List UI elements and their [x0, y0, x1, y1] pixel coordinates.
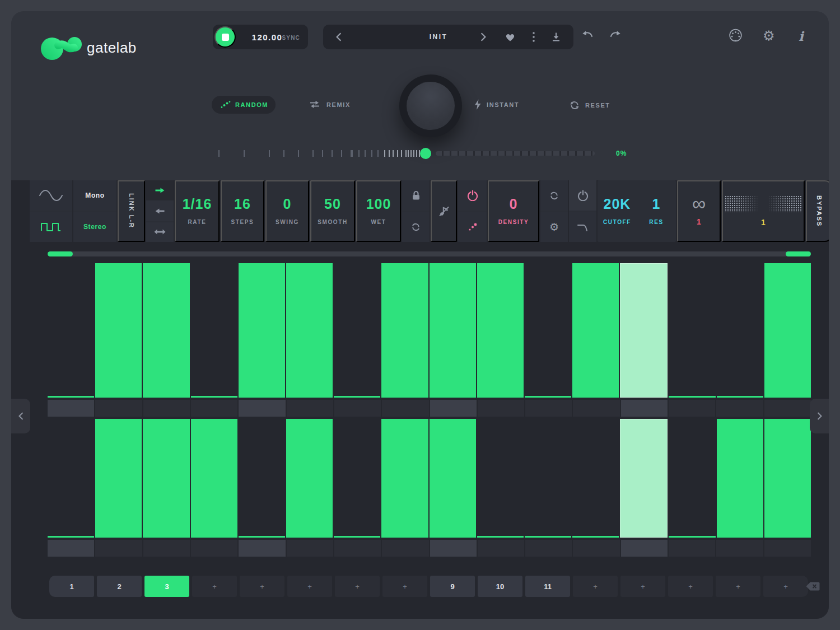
strip-cell-11[interactable]	[525, 540, 572, 557]
strip-cell-5[interactable]	[239, 400, 285, 417]
bypass-button[interactable]: BYPASS	[806, 180, 829, 242]
pattern-slot-8[interactable]: +	[382, 576, 427, 597]
stop-button[interactable]	[214, 26, 236, 48]
step-13-current[interactable]	[620, 263, 668, 398]
strip-cell-13[interactable]	[621, 540, 668, 557]
step-12-off[interactable]	[572, 419, 619, 538]
strip-cell-16[interactable]	[764, 400, 811, 417]
swing-control[interactable]: 0 SWING	[265, 180, 309, 242]
strip-cell-15[interactable]	[716, 400, 763, 417]
pattern-slot-3[interactable]: 3	[144, 576, 189, 597]
strip-cell-7[interactable]	[334, 540, 381, 557]
macro-knob[interactable]	[399, 74, 462, 137]
rate-control[interactable]: 1/16 RATE	[175, 180, 220, 242]
lock-button[interactable]	[402, 180, 430, 211]
strip-cell-2[interactable]	[95, 540, 142, 557]
instant-button[interactable]: INSTANT	[474, 99, 519, 110]
step-10-off[interactable]	[477, 419, 524, 538]
strip-cell-14[interactable]	[669, 540, 715, 557]
direction-reverse-button[interactable]	[146, 201, 174, 221]
pattern-slot-14[interactable]: +	[668, 576, 713, 597]
strip-cell-4[interactable]	[191, 400, 237, 417]
step-1-off[interactable]	[48, 419, 94, 538]
page-right-button[interactable]	[810, 399, 829, 433]
step-3-on[interactable]	[143, 419, 189, 538]
pattern-slot-13[interactable]: +	[620, 576, 665, 597]
macro-slider[interactable]: 0%	[218, 147, 633, 160]
sine-wave-button[interactable]	[30, 180, 72, 211]
step-2-on[interactable]	[95, 263, 142, 398]
step-9-on[interactable]	[430, 263, 476, 398]
res-control[interactable]: 1 RES	[637, 180, 676, 242]
pattern-slot-5[interactable]: +	[240, 576, 284, 597]
strip-cell-3[interactable]	[143, 400, 190, 417]
filter-power-button[interactable]	[569, 180, 596, 211]
midi-settings-button[interactable]	[728, 28, 743, 45]
step-9-on[interactable]	[430, 419, 476, 538]
page-left-button[interactable]	[11, 399, 30, 433]
pattern-slot-10[interactable]: 10	[478, 576, 522, 597]
delete-pattern-button[interactable]	[805, 581, 820, 593]
range-end-handle[interactable]	[786, 251, 811, 256]
step-16-on[interactable]	[764, 263, 811, 398]
save-preset-button[interactable]	[545, 25, 567, 49]
strip-cell-1[interactable]	[48, 540, 94, 557]
direction-forward-button[interactable]	[146, 180, 174, 200]
step-10-on[interactable]	[477, 263, 524, 398]
step-8-on[interactable]	[381, 419, 428, 538]
pattern-slot-6[interactable]: +	[287, 576, 332, 597]
density-control[interactable]: 0 DENSITY	[488, 180, 539, 242]
step-6-on[interactable]	[286, 419, 333, 538]
step-4-off[interactable]	[191, 263, 237, 398]
step-5-off[interactable]	[239, 419, 285, 538]
strip-cell-7[interactable]	[334, 400, 381, 417]
step-1-off[interactable]	[48, 263, 94, 398]
undo-button[interactable]	[581, 29, 594, 40]
pattern-slot-12[interactable]: +	[573, 576, 618, 597]
reset-button[interactable]: RESET	[569, 100, 610, 111]
random-button[interactable]: RANDOM	[212, 96, 276, 114]
strip-cell-2[interactable]	[95, 400, 142, 417]
pattern-slot-11[interactable]: 11	[525, 576, 570, 597]
slider-thumb[interactable]	[420, 148, 431, 159]
pattern-slot-1[interactable]: 1	[49, 576, 94, 597]
step-7-off[interactable]	[334, 419, 380, 538]
cutoff-control[interactable]: 20K CUTOFF	[598, 180, 637, 242]
step-11-off[interactable]	[525, 263, 571, 398]
redo-button[interactable]	[609, 29, 622, 40]
smooth-control[interactable]: 50 SMOOTH	[310, 180, 355, 242]
strip-cell-5[interactable]	[239, 540, 285, 557]
preset-next-button[interactable]	[472, 25, 494, 49]
strip-cell-9[interactable]	[430, 540, 477, 557]
strip-cell-9[interactable]	[430, 400, 477, 417]
pattern-slot-2[interactable]: 2	[97, 576, 142, 597]
step-6-on[interactable]	[286, 263, 333, 398]
pattern-slot-4[interactable]: +	[192, 576, 237, 597]
step-2-on[interactable]	[95, 419, 142, 538]
strip-cell-6[interactable]	[287, 400, 333, 417]
step-8-on[interactable]	[381, 263, 428, 398]
stereo-button[interactable]: Stereo	[73, 212, 116, 242]
sync-toggle[interactable]: SYNC	[282, 35, 300, 41]
slider-segmented-track[interactable]	[436, 151, 595, 156]
pattern-slot-7[interactable]: +	[335, 576, 380, 597]
strip-cell-6[interactable]	[287, 540, 333, 557]
range-start-handle[interactable]	[48, 251, 73, 256]
strip-cell-3[interactable]	[143, 540, 190, 557]
strip-cell-4[interactable]	[191, 540, 237, 557]
remix-button[interactable]: REMIX	[308, 100, 351, 109]
strip-cell-16[interactable]	[764, 540, 811, 557]
link-lr-button[interactable]: LINK L-R	[118, 180, 145, 242]
step-7-off[interactable]	[334, 263, 380, 398]
pattern-slot-9[interactable]: 9	[430, 576, 475, 597]
preset-prev-button[interactable]	[328, 25, 350, 49]
step-15-off[interactable]	[717, 263, 763, 398]
mute-note-button[interactable]	[431, 180, 457, 242]
pattern-slot-16[interactable]: +	[763, 576, 808, 597]
step-14-off[interactable]	[669, 419, 715, 538]
step-5-on[interactable]	[239, 263, 285, 398]
strip-cell-12[interactable]	[573, 400, 619, 417]
density-power-button[interactable]	[458, 180, 487, 211]
cycle-button[interactable]	[402, 212, 430, 242]
info-button[interactable]: i	[799, 29, 804, 44]
